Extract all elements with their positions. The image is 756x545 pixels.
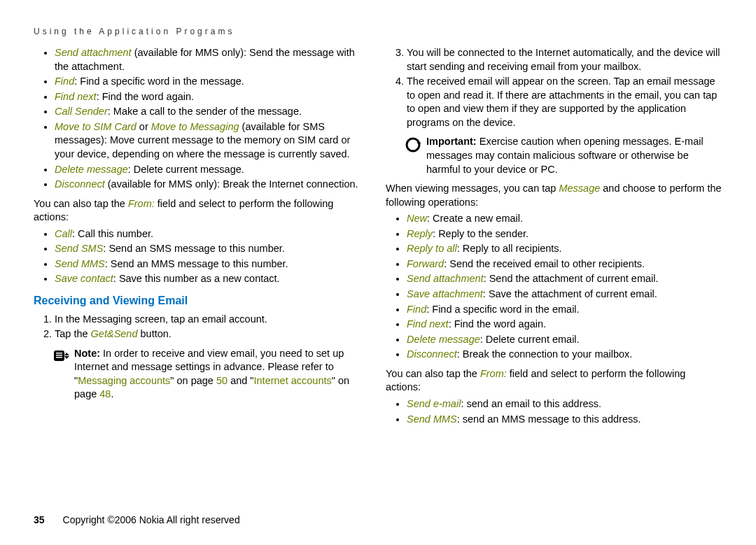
page-header: Using the Application Programs <box>34 27 722 36</box>
paragraph: You can also tap the From: field and sel… <box>34 197 370 225</box>
manual-page: Using the Application Programs Send atta… <box>0 0 756 545</box>
bullet-list-options-2: Call: Call this number. Send SMS: Send a… <box>34 227 370 286</box>
list-item: Find next: Find the word again. <box>55 90 370 104</box>
list-item: Save contact: Save this number as a new … <box>55 272 370 286</box>
list-item: Disconnect: Break the connection to your… <box>407 348 722 362</box>
list-item: Reply to all: Reply to all recipients. <box>407 242 722 256</box>
list-item: You will be connected to the Internet au… <box>407 46 722 73</box>
list-item: In the Messaging screen, tap an email ac… <box>55 313 370 327</box>
list-item: Save attachment: Save the attachment of … <box>407 288 722 302</box>
list-item: Send SMS: Send an SMS message to this nu… <box>55 242 370 256</box>
important-icon <box>405 136 422 153</box>
list-item: Tap the Get&Send button. <box>55 327 370 341</box>
important-block: Important: Exercise caution when opening… <box>405 135 722 176</box>
bullet-list-options-1: Send attachment (available for MMS only)… <box>34 46 370 192</box>
paragraph: When viewing messages, you can tap Messa… <box>386 182 722 209</box>
svg-rect-3 <box>56 357 62 358</box>
list-item: Send MMS: Send an MMS message to this nu… <box>55 257 370 271</box>
note-block: Note: In order to receive and view email… <box>53 347 370 402</box>
important-text: Important: Exercise caution when opening… <box>426 135 722 176</box>
bullet-list-email-ops: New: Create a new email. Reply: Reply to… <box>386 212 722 362</box>
note-text: Note: In order to receive and view email… <box>74 347 370 402</box>
svg-rect-1 <box>56 353 62 354</box>
two-column-layout: Send attachment (available for MMS only)… <box>34 46 722 432</box>
page-number: 35 <box>34 514 45 525</box>
copyright-text: Copyright ©2006 Nokia All right reserved <box>63 514 240 525</box>
list-item: Forward: Send the received email to othe… <box>407 257 722 271</box>
list-item: Send e-mail: send an email to this addre… <box>407 397 722 411</box>
list-item: The received email will appear on the sc… <box>407 75 722 129</box>
note-icon <box>53 348 70 365</box>
bullet-list-from-ops: Send e-mail: send an email to this addre… <box>386 397 722 426</box>
list-item: Send attachment: Send the attachment of … <box>407 272 722 286</box>
list-item: Find next: Find the word again. <box>407 318 722 332</box>
numbered-steps: In the Messaging screen, tap an email ac… <box>34 313 370 341</box>
list-item: Send MMS: send an MMS message to this ad… <box>407 413 722 427</box>
list-item: Move to SIM Card or Move to Messaging (a… <box>55 120 370 162</box>
list-item: Delete message: Delete current email. <box>407 333 722 347</box>
svg-rect-2 <box>56 355 62 356</box>
list-item: Delete message: Delete current message. <box>55 163 370 177</box>
list-item: Find: Find a specific word in the email. <box>407 303 722 317</box>
list-item: Find: Find a specific word in the messag… <box>55 75 370 89</box>
list-item: Disconnect (available for MMS only): Bre… <box>55 178 370 192</box>
paragraph: You can also tap the From: field and sel… <box>386 367 722 395</box>
left-column: Send attachment (available for MMS only)… <box>34 46 370 432</box>
section-heading: Receiving and Viewing Email <box>34 293 370 309</box>
numbered-steps-contd: You will be connected to the Internet au… <box>386 46 722 129</box>
page-footer: 35Copyright ©2006 Nokia All right reserv… <box>34 514 240 525</box>
list-item: Call Sender: Make a call to the sender o… <box>55 105 370 119</box>
right-column: You will be connected to the Internet au… <box>386 46 722 432</box>
list-item: Reply: Reply to the sender. <box>407 227 722 241</box>
list-item: Call: Call this number. <box>55 227 370 241</box>
list-item: Send attachment (available for MMS only)… <box>55 46 370 73</box>
svg-point-4 <box>407 139 419 151</box>
list-item: New: Create a new email. <box>407 212 722 226</box>
